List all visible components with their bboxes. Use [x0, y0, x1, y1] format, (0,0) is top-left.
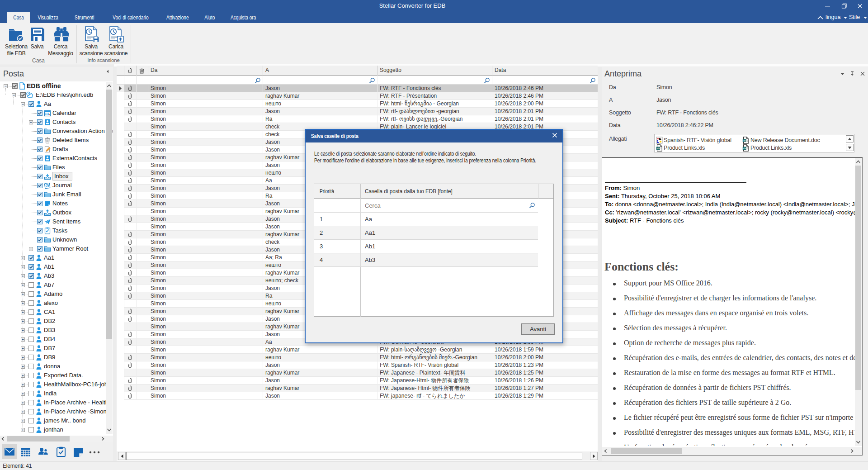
- svg-text:W: W: [743, 139, 746, 142]
- svg-text:xls: xls: [656, 147, 660, 150]
- svg-text:xls: xls: [743, 147, 746, 150]
